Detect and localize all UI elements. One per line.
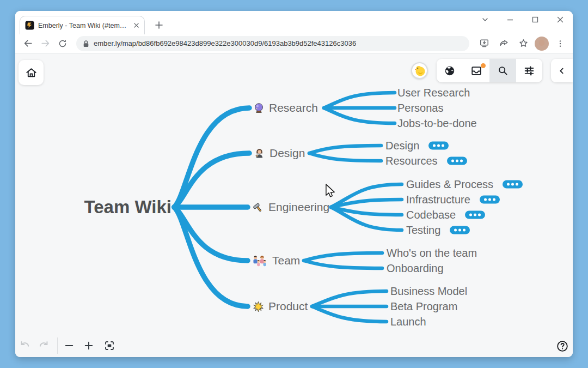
collapsed-indicator[interactable] (480, 196, 500, 204)
collapsed-indicator[interactable] (447, 157, 467, 165)
new-tab-button[interactable] (151, 17, 167, 33)
forward-icon[interactable] (37, 35, 53, 52)
leaf-node[interactable]: Codebase (406, 209, 485, 221)
leaf-label: User Research (397, 87, 470, 99)
leaf-node[interactable]: Personas (397, 102, 444, 114)
globe-icon[interactable] (437, 59, 463, 82)
close-window-button[interactable] (548, 11, 573, 28)
leaf-label: Jobs-to-be-done (397, 117, 477, 130)
hammer-icon (253, 202, 264, 213)
browser-tab[interactable]: Emberly - Team Wiki (#template) (20, 16, 145, 34)
leaf-label: Codebase (406, 209, 456, 221)
bookmark-star-icon[interactable] (515, 35, 531, 52)
tab-search-icon[interactable] (473, 11, 498, 28)
collapsed-indicator[interactable] (450, 226, 470, 234)
branch-label: Engineering (268, 201, 329, 214)
collapsed-indicator[interactable] (503, 180, 523, 189)
branch-label: Design (270, 147, 305, 160)
leaf-node[interactable]: Business Model (390, 285, 467, 298)
address-bar[interactable]: ember.ly/map/bd86fb692e98423d899e322e300… (76, 36, 469, 51)
branch-label: Product (268, 300, 308, 313)
branch-node-product[interactable]: Product (253, 300, 308, 313)
leaf-node[interactable]: Testing (406, 224, 470, 237)
zoom-out-icon[interactable] (64, 340, 75, 351)
back-icon[interactable] (20, 35, 36, 52)
root-node[interactable]: Team Wiki (84, 197, 171, 218)
collapse-panel-icon[interactable] (551, 59, 573, 82)
branch-label: Team (272, 254, 300, 267)
tab-strip: Emberly - Team Wiki (#template) (15, 11, 573, 34)
maximize-button[interactable] (523, 11, 548, 28)
star-burst-icon (253, 301, 264, 312)
search-icon[interactable] (489, 59, 516, 82)
woman-artist-icon (254, 148, 265, 159)
lock-icon (83, 40, 89, 47)
profile-avatar[interactable] (535, 37, 549, 51)
branch-node-engineering[interactable]: Engineering (253, 201, 329, 214)
leaf-label: Infrastructure (406, 194, 470, 206)
leaf-node[interactable]: User Research (397, 87, 470, 99)
browser-toolbar: ember.ly/map/bd86fb692e98423d899e322e300… (15, 34, 573, 53)
leaf-label: Testing (406, 224, 440, 237)
app-toolbar (437, 59, 542, 82)
tab-close-icon[interactable] (133, 22, 139, 28)
leaf-label: Design (385, 140, 419, 152)
leaf-node[interactable]: Infrastructure (406, 194, 500, 206)
leaf-label: Guides & Process (406, 178, 493, 191)
leaf-label: Who's on the team (387, 247, 477, 260)
controls-divider (57, 337, 58, 354)
duck-presence-avatar[interactable] (411, 62, 428, 79)
kebab-menu-icon[interactable] (552, 35, 568, 52)
redo-icon[interactable] (38, 340, 50, 352)
branch-node-team[interactable]: Team (252, 254, 300, 267)
notification-dot (481, 63, 486, 68)
url-text: ember.ly/map/bd86fb692e98423d899e322e300… (94, 39, 356, 47)
crystal-ball-icon (253, 102, 265, 114)
zoom-in-icon[interactable] (83, 340, 94, 351)
fit-view-icon[interactable] (104, 340, 115, 352)
home-button[interactable] (19, 60, 44, 85)
leaf-node[interactable]: Guides & Process (406, 178, 523, 191)
minimize-button[interactable] (498, 11, 523, 28)
refresh-icon[interactable] (54, 35, 71, 52)
help-icon[interactable] (556, 340, 569, 353)
collapsed-indicator[interactable] (465, 211, 485, 219)
leaf-label: Launch (390, 316, 426, 328)
branch-node-research[interactable]: Research (253, 101, 318, 114)
leaf-label: Onboarding (387, 262, 444, 275)
share-icon[interactable] (495, 35, 512, 52)
leaf-node[interactable]: Beta Program (390, 300, 457, 313)
branch-node-design[interactable]: Design (254, 147, 305, 160)
tab-title: Emberly - Team Wiki (#template) (38, 22, 130, 29)
leaf-label: Beta Program (390, 300, 457, 313)
tune-icon[interactable] (516, 59, 543, 82)
emberly-canvas[interactable]: Team Wiki Research Design Engineering Te… (15, 53, 573, 357)
leaf-node[interactable]: Launch (390, 316, 426, 328)
leaf-label: Resources (385, 155, 438, 167)
leaf-label: Personas (397, 102, 444, 114)
window-controls (473, 11, 573, 28)
branch-label: Research (269, 101, 318, 114)
leaf-label: Business Model (390, 285, 467, 298)
leaf-node[interactable]: Resources (385, 155, 467, 167)
family-icon (252, 255, 268, 267)
undo-icon[interactable] (19, 340, 31, 352)
leaf-node[interactable]: Onboarding (387, 262, 444, 275)
emberly-favicon (25, 21, 34, 30)
leaf-node[interactable]: Design (385, 140, 449, 152)
toolbar-actions (476, 35, 568, 52)
browser-window: Emberly - Team Wiki (#template) (15, 11, 573, 357)
leaf-node[interactable]: Who's on the team (387, 247, 477, 260)
collapsed-indicator[interactable] (428, 142, 449, 150)
inbox-icon[interactable] (463, 59, 490, 82)
leaf-node[interactable]: Jobs-to-be-done (397, 117, 477, 130)
install-icon[interactable] (476, 35, 492, 52)
mouse-cursor (325, 184, 336, 201)
